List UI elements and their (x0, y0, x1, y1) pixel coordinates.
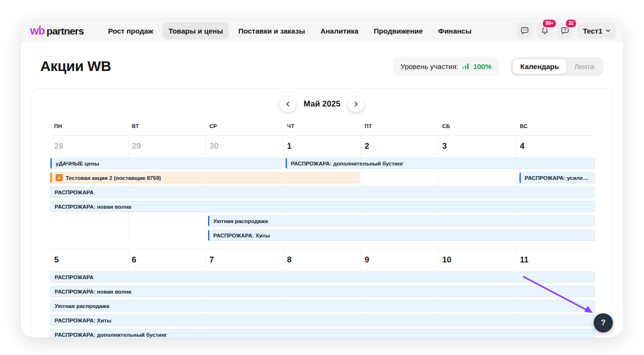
nav-item-supplies-orders[interactable]: Поставки и заказы (232, 23, 311, 39)
date-cell: 10 (438, 255, 516, 269)
date-cell: 3 (438, 142, 516, 155)
calendar-week-2: 5 6 7 8 9 10 11 РАСПРОЖАРА (50, 249, 594, 338)
event-label: уДАЧНЫЕ цены (56, 161, 99, 166)
participation-label: Уровень участия: (401, 62, 459, 71)
event-bar[interactable]: РАСПРОЖАРА: Хиты (50, 315, 595, 326)
top-navigation-bar: wb partners Рост продаж Товары и цены По… (21, 19, 623, 42)
date-cell: 5 (50, 255, 128, 269)
date-cell: 1 (283, 142, 361, 155)
date-cell: 30 (206, 142, 283, 155)
notifications-badge: 99+ (542, 19, 557, 28)
event-label: РАСПРОЖАРА: новая волна (55, 204, 131, 210)
week-1-dates: 28 29 30 1 2 3 4 (50, 136, 594, 155)
day-header-sun: ВС (516, 123, 594, 129)
calendar-view-button[interactable]: Календарь (513, 59, 567, 74)
event-label: Тестовая акция 2 (поставщик 8759) (66, 175, 161, 181)
event-bar[interactable]: РАСПРОЖАРА: усилени... (519, 172, 595, 183)
promo-flag-icon: A (56, 174, 63, 181)
date-cell: 28 (50, 142, 128, 155)
event-bar[interactable]: РАСПРОЖАРА (50, 187, 595, 198)
page-title: Акции WB (40, 58, 111, 74)
event-bar[interactable]: Уютная распродажа (208, 215, 595, 226)
day-header-wed: СР (206, 123, 283, 129)
event-bar[interactable]: A Тестовая акция 2 (поставщик 8759) (50, 172, 359, 183)
day-headers: ПН ВТ СР ЧТ ПТ СБ ВС (50, 123, 594, 129)
event-row: РАСПРОЖАРА: Хиты (50, 230, 594, 244)
date-cell: 8 (283, 255, 361, 269)
logo-partners: partners (46, 25, 84, 37)
date-cell: 7 (206, 255, 283, 269)
support-button[interactable]: 32 ? (557, 23, 573, 39)
nav-item-analytics[interactable]: Аналитика (314, 23, 365, 39)
event-label: Уютная распродажа (55, 303, 109, 309)
topbar-actions: 99+ 32 ? Тест1 (517, 23, 616, 39)
event-label: РАСПРОЖАРА: усилени... (525, 175, 591, 181)
event-bar[interactable]: РАСПРОЖАРА: Хиты (208, 230, 595, 241)
calendar-week-1: 28 29 30 1 2 3 4 уДАЧНЫЕ цены РАСПРОЖАРА… (50, 135, 594, 244)
signal-bars-icon (462, 63, 469, 70)
event-label: РАСПРОЖАРА: новая волна (55, 289, 131, 295)
day-header-thu: ЧТ (283, 123, 361, 129)
date-cell: 9 (361, 255, 438, 269)
page-content: Акции WB Уровень участия: 100% Календарь… (21, 56, 623, 338)
help-button[interactable]: ? (594, 313, 613, 332)
event-row: РАСПРОЖАРА (50, 272, 594, 286)
app-window: wb partners Рост продаж Товары и цены По… (21, 19, 623, 338)
month-label: Май 2025 (304, 99, 341, 109)
event-row: Уютная распродажа (50, 215, 594, 230)
chevron-down-icon (605, 28, 611, 34)
date-cell: 4 (516, 142, 594, 155)
date-cell: 11 (516, 255, 594, 269)
event-label: Уютная распродажа (213, 218, 268, 224)
event-row: A Тестовая акция 2 (поставщик 8759) РАСП… (50, 172, 594, 187)
nav-item-sales-growth[interactable]: Рост продаж (102, 23, 160, 39)
month-navigation: Май 2025 (50, 95, 594, 113)
event-row: РАСПРОЖАРА: дополнительный бустинг (50, 329, 594, 338)
date-cell: 2 (361, 142, 438, 155)
event-row: РАСПРОЖАРА: Хиты (50, 315, 594, 329)
event-row: уДАЧНЫЕ цены РАСПРОЖАРА: дополнительный … (50, 158, 594, 172)
title-row: Акции WB Уровень участия: 100% Календарь… (40, 56, 604, 77)
chevron-left-icon (285, 101, 291, 107)
week-2-events: РАСПРОЖАРА РАСПРОЖАРА: новая волна Уютна… (50, 272, 594, 338)
event-label: РАСПРОЖАРА (55, 274, 93, 280)
wb-partners-logo[interactable]: wb partners (30, 24, 84, 37)
event-label: РАСПРОЖАРА (55, 189, 93, 195)
notifications-button[interactable]: 99+ (537, 23, 553, 39)
date-cell: 29 (128, 142, 206, 155)
week-1-events: уДАЧНЫЕ цены РАСПРОЖАРА: дополнительный … (50, 158, 594, 244)
main-nav: Рост продаж Товары и цены Поставки и зак… (102, 23, 478, 39)
event-label: РАСПРОЖАРА: дополнительный бустинг (291, 161, 403, 166)
account-menu[interactable]: Тест1 (577, 23, 616, 39)
nav-item-goods-prices[interactable]: Товары и цены (162, 23, 230, 39)
participation-value: 100% (473, 62, 491, 71)
chat-icon (520, 26, 529, 35)
day-header-mon: ПН (50, 123, 128, 129)
chevron-right-icon (353, 101, 359, 107)
event-bar[interactable]: РАСПРОЖАРА: дополнительный бустинг (286, 158, 595, 169)
event-bar[interactable]: РАСПРОЖАРА: новая волна (50, 201, 595, 212)
event-label: РАСПРОЖАРА: дополнительный бустинг (55, 332, 167, 338)
event-bar[interactable]: РАСПРОЖАРА (50, 272, 595, 283)
feed-view-button[interactable]: Лента (566, 59, 602, 74)
next-month-button[interactable] (348, 96, 364, 112)
event-bar[interactable]: РАСПРОЖАРА: новая волна (50, 286, 595, 297)
support-badge: 32 (565, 19, 577, 28)
event-bar[interactable]: РАСПРОЖАРА: дополнительный бустинг (50, 329, 595, 338)
event-row: РАСПРОЖАРА (50, 187, 594, 201)
svg-text:?: ? (564, 28, 566, 32)
account-label: Тест1 (583, 27, 602, 35)
day-header-fri: ПТ (361, 123, 438, 129)
prev-month-button[interactable] (280, 96, 296, 112)
chat-button[interactable] (517, 23, 533, 39)
event-bar[interactable]: уДАЧНЫЕ цены (50, 158, 281, 169)
event-label: РАСПРОЖАРА: Хиты (55, 318, 111, 323)
date-cell: 6 (128, 255, 206, 269)
nav-item-finance[interactable]: Финансы (432, 23, 478, 39)
logo-wb: wb (30, 24, 45, 37)
nav-item-promotion[interactable]: Продвижение (368, 23, 429, 39)
participation-level-pill: Уровень участия: 100% (393, 57, 499, 76)
day-header-sat: СБ (438, 123, 516, 129)
event-bar[interactable]: Уютная распродажа (50, 300, 595, 311)
view-toggle: Календарь Лента (511, 57, 604, 76)
